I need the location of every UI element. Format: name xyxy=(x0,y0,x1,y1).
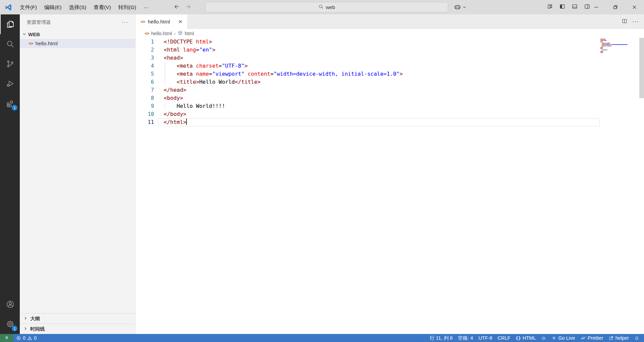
code-line-8[interactable]: 8<body> xyxy=(136,94,644,102)
title-bar: 文件(F)编辑(E)选择(S)查看(V)转到(G)··· web xyxy=(0,0,644,14)
close-icon[interactable] xyxy=(625,0,644,14)
file-label: hello.html xyxy=(36,41,58,47)
tab-hello-html[interactable]: <> hello.html ✕ xyxy=(136,14,187,29)
status-label: HTML xyxy=(523,335,536,341)
minimap-line xyxy=(600,47,630,48)
line-content: <meta charset="UTF-8"> xyxy=(154,62,248,70)
minimap-line xyxy=(600,48,630,49)
code-line-1[interactable]: 1<!DOCTYPE html> xyxy=(136,38,644,46)
breadcrumb-file[interactable]: hello.html xyxy=(151,31,172,36)
code-line-6[interactable]: 6 <title>Hello World</title> xyxy=(136,78,644,86)
menu-item-5[interactable]: ··· xyxy=(140,0,153,14)
minimap[interactable] xyxy=(600,39,630,54)
line-number: 2 xyxy=(136,46,154,54)
minimap-line xyxy=(600,39,630,40)
tab-bar: <> hello.html ✕ ··· xyxy=(136,14,644,29)
line-number: 8 xyxy=(136,94,154,102)
status-language-mode[interactable]: {}HTML xyxy=(513,334,538,342)
status-helper[interactable]: helper xyxy=(606,334,632,342)
copilot-menu[interactable] xyxy=(453,3,467,12)
activity-source-control-icon[interactable] xyxy=(0,54,20,74)
error-count: 0 xyxy=(23,335,25,341)
breadcrumb: <> hello.html › html xyxy=(136,29,644,38)
split-editor-icon[interactable] xyxy=(622,18,628,25)
toggle-panel-icon[interactable] xyxy=(572,3,578,11)
code-line-10[interactable]: 10</body> xyxy=(136,110,644,118)
minimize-icon[interactable] xyxy=(587,0,606,14)
editor-more-actions-icon[interactable]: ··· xyxy=(632,18,639,25)
activity-settings-icon[interactable]: 1 xyxy=(0,314,20,334)
menu-item-3[interactable]: 查看(V) xyxy=(90,0,115,14)
sidebar-section-1[interactable]: 时间线 xyxy=(20,324,135,334)
double-check-icon: ✓✓ xyxy=(580,335,584,341)
code-line-11[interactable]: 11</html> xyxy=(136,118,644,126)
status-encoding[interactable]: UTF-8 xyxy=(476,334,495,342)
tab-label: hello.html xyxy=(148,19,170,25)
activity-accounts-icon[interactable] xyxy=(0,294,20,314)
status-label: CRLF xyxy=(497,335,510,341)
bell-icon xyxy=(634,336,639,341)
toggle-sidebar-icon[interactable] xyxy=(559,3,566,11)
remote-indicator[interactable] xyxy=(0,334,13,342)
code-line-7[interactable]: 7</head> xyxy=(136,86,644,94)
status-cursor-position[interactable]: 行 11, 列 8 xyxy=(427,334,455,342)
problems-indicator[interactable]: 0 0 xyxy=(13,334,39,342)
editor-scrollbar[interactable] xyxy=(639,38,644,98)
status-bar: 0 0 行 11, 列 8空格: 4UTF-8CRLF{}HTMLGo Live… xyxy=(0,334,644,342)
line-content: <html lang="en"> xyxy=(154,46,215,54)
status-prettier[interactable]: ✓✓Prettier xyxy=(578,334,606,342)
menu-item-2[interactable]: 选择(S) xyxy=(65,0,90,14)
remote-icon xyxy=(4,335,9,341)
folder-web[interactable]: WEB xyxy=(20,30,135,39)
line-content: </body> xyxy=(154,110,186,118)
indent-guide xyxy=(165,62,165,70)
code-line-9[interactable]: 9 Hello World!!!! xyxy=(136,102,644,110)
status-go-live[interactable]: Go Live xyxy=(549,334,578,342)
tab-close-icon[interactable]: ✕ xyxy=(177,18,184,25)
forward-arrow-icon[interactable] xyxy=(185,3,192,11)
line-number: 5 xyxy=(136,70,154,78)
code-line-3[interactable]: 3<head> xyxy=(136,54,644,62)
folder-label: WEB xyxy=(28,31,40,37)
minimap-line xyxy=(600,44,630,45)
indent-guide xyxy=(165,70,165,78)
line-content: </head> xyxy=(154,86,186,94)
window-icon xyxy=(609,336,614,341)
editor-actions: ··· xyxy=(622,14,644,29)
activity-search-icon[interactable] xyxy=(0,34,20,54)
menu-bar: 文件(F)编辑(E)选择(S)查看(V)转到(G)··· xyxy=(16,0,153,14)
sidebar-section-0[interactable]: 大纲 xyxy=(20,313,135,324)
window-controls xyxy=(587,0,644,14)
code-line-2[interactable]: 2<html lang="en"> xyxy=(136,46,644,54)
file-hello.html[interactable]: <>hello.html xyxy=(20,39,135,48)
activity-run-debug-icon[interactable] xyxy=(0,74,20,93)
activity-extensions-icon[interactable]: 1 xyxy=(0,93,20,113)
status-eol[interactable]: CRLF xyxy=(495,334,513,342)
command-center-search[interactable]: web xyxy=(205,2,448,12)
menu-item-4[interactable]: 转到(G) xyxy=(115,0,140,14)
current-line-highlight xyxy=(158,118,600,126)
html-file-icon: <> xyxy=(29,41,33,46)
activity-explorer-icon[interactable] xyxy=(0,14,20,34)
broadcast-icon xyxy=(551,336,556,341)
explorer-more-actions[interactable]: ··· xyxy=(119,19,130,26)
status-copilot-status[interactable] xyxy=(538,334,549,342)
menu-item-0[interactable]: 文件(F) xyxy=(16,0,41,14)
minimap-line xyxy=(600,43,630,44)
code-line-5[interactable]: 5 <meta name="viewport" content="width=d… xyxy=(136,70,644,78)
breadcrumb-symbol[interactable]: html xyxy=(185,31,194,36)
restore-icon[interactable] xyxy=(606,0,625,14)
status-indentation[interactable]: 空格: 4 xyxy=(455,334,476,342)
section-label: 大纲 xyxy=(30,316,40,322)
editor-group: <> hello.html ✕ ··· <> hello.html › html… xyxy=(136,14,644,334)
minimap-line xyxy=(600,51,630,52)
line-content: <head> xyxy=(154,54,183,62)
status-bar-right: 行 11, 列 8空格: 4UTF-8CRLF{}HTMLGo Live✓✓Pr… xyxy=(427,334,644,342)
code-area[interactable]: 1<!DOCTYPE html>2<html lang="en">3<head>… xyxy=(136,38,644,126)
status-notifications[interactable] xyxy=(632,334,642,342)
line-number: 4 xyxy=(136,62,154,70)
code-line-4[interactable]: 4 <meta charset="UTF-8"> xyxy=(136,62,644,70)
back-arrow-icon[interactable] xyxy=(173,3,180,11)
menu-item-1[interactable]: 编辑(E) xyxy=(41,0,65,14)
customize-layout-icon[interactable] xyxy=(547,3,553,11)
